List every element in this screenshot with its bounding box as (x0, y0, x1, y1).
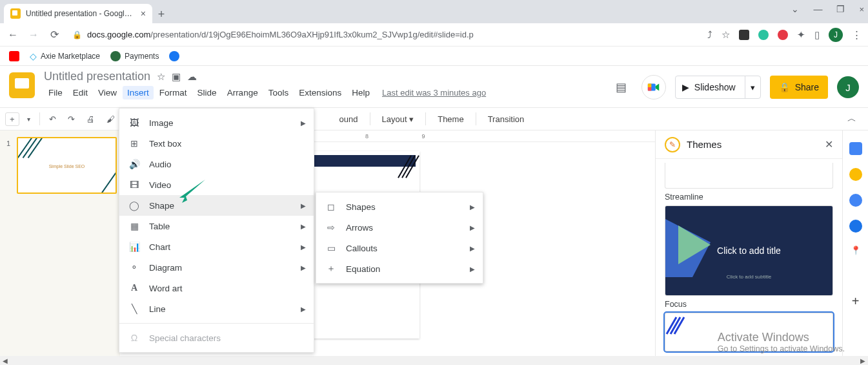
menu-help[interactable]: Help (347, 86, 374, 99)
extensions-puzzle-icon[interactable]: ✦ (797, 29, 805, 41)
browser-tab[interactable]: Untitled presentation - Google Sl × (4, 4, 152, 23)
theme-card-partial[interactable] (665, 163, 833, 189)
account-avatar[interactable]: J (837, 76, 859, 98)
theme-name-streamline: Streamline (665, 193, 833, 202)
share-button[interactable]: 🔒 Share (770, 76, 828, 99)
chrome-menu-icon[interactable]: ⋮ (852, 29, 862, 41)
extension-red-icon[interactable] (778, 30, 788, 40)
new-slide-dropdown[interactable]: ▾ (23, 113, 34, 125)
tasks-icon[interactable] (849, 194, 862, 207)
menu-format[interactable]: Format (155, 86, 192, 99)
audio-icon: 🔊 (128, 159, 140, 169)
forward-button[interactable]: → (27, 29, 40, 41)
contacts-icon[interactable] (849, 220, 862, 233)
new-slide-button[interactable]: + (5, 112, 19, 126)
menu-edit[interactable]: Edit (68, 86, 92, 99)
url-field[interactable]: 🔒 docs.google.com/presentation/d/19jOgE9… (68, 30, 700, 39)
add-addon-icon[interactable]: + (852, 294, 860, 309)
menu-tools[interactable]: Tools (264, 86, 294, 99)
background-button[interactable]: ound (333, 112, 365, 127)
insert-video[interactable]: 🎞Video (119, 174, 314, 195)
theme-name-focus: Focus (665, 300, 833, 309)
win-minimize-icon[interactable]: — (813, 4, 822, 14)
submenu-arrow-icon: ▶ (470, 224, 475, 231)
slideshow-button[interactable]: ▶Slideshow ▾ (675, 76, 761, 99)
menu-slide[interactable]: Slide (193, 86, 221, 99)
keep-icon[interactable] (849, 168, 862, 181)
share-page-icon[interactable]: ⤴ (707, 29, 712, 40)
star-doc-icon[interactable]: ☆ (157, 71, 165, 83)
reload-button[interactable]: ⟳ (48, 28, 61, 41)
arrows-icon: ⇨ (325, 222, 337, 233)
themes-close-icon[interactable]: ✕ (825, 138, 833, 151)
bookmark-payments[interactable]: Payments (110, 51, 159, 61)
menu-insert[interactable]: Insert (123, 86, 154, 99)
undo-button[interactable]: ↶ (45, 112, 60, 127)
theme-card-streamline[interactable]: Click to add title Click to add subtitle (665, 205, 833, 296)
collapse-toolbar-icon[interactable]: ︿ (847, 113, 856, 125)
horizontal-scrollbar[interactable]: ◀ ▶ (0, 356, 868, 365)
insert-diagram[interactable]: ⚬Diagram▶ (119, 257, 314, 278)
maps-icon[interactable]: 📍 (851, 245, 861, 255)
insert-textbox[interactable]: ⊞Text box (119, 133, 314, 154)
extension-green-icon[interactable] (758, 30, 769, 40)
move-doc-icon[interactable]: ▣ (172, 71, 181, 83)
layout-button[interactable]: Layout ▾ (376, 112, 421, 127)
theme-button[interactable]: Theme (431, 112, 470, 127)
insert-image[interactable]: 🖼Image▶ (119, 112, 314, 133)
menu-arrange[interactable]: Arrange (223, 86, 263, 99)
insert-chart[interactable]: 📊Chart▶ (119, 236, 314, 257)
transition-button[interactable]: Transition (481, 112, 531, 127)
bookmark-facebook[interactable] (169, 51, 179, 61)
cloud-status-icon[interactable]: ☁ (187, 71, 197, 83)
menu-view[interactable]: View (94, 86, 121, 99)
menu-extensions[interactable]: Extensions (294, 86, 346, 99)
extension-m-icon[interactable] (739, 30, 749, 40)
insert-table[interactable]: ▦Table▶ (119, 216, 314, 236)
table-icon: ▦ (128, 221, 140, 231)
star-page-icon[interactable]: ☆ (722, 29, 730, 41)
insert-shape[interactable]: ◯Shape▶ (119, 195, 314, 216)
bookmark-youtube[interactable] (9, 51, 19, 61)
slide-thumbnail[interactable]: Simple Slide SEO (17, 137, 117, 194)
scroll-left-icon[interactable]: ◀ (0, 357, 10, 364)
new-tab-button[interactable]: + (152, 5, 170, 23)
print-button[interactable]: 🖨 (83, 112, 99, 127)
meet-button[interactable] (641, 75, 666, 99)
doc-title[interactable]: Untitled presentation (44, 70, 150, 83)
last-edit-link[interactable]: Last edit was 3 minutes ago (382, 88, 486, 98)
insert-line[interactable]: ╲Line▶ (119, 298, 314, 319)
slides-logo-icon[interactable] (9, 72, 35, 98)
submenu-arrow-icon: ▶ (470, 266, 475, 273)
bookmarks-bar: ◇Axie Marketplace Payments (0, 47, 868, 66)
back-button[interactable]: ← (6, 29, 19, 41)
tab-close-icon[interactable]: × (141, 8, 146, 19)
shape-callouts[interactable]: ▭Callouts▶ (316, 238, 483, 258)
shape-arrows[interactable]: ⇨Arrows▶ (316, 217, 483, 238)
comments-icon[interactable]: ▤ (611, 76, 632, 98)
bookmark-axie[interactable]: ◇Axie Marketplace (30, 51, 100, 61)
menu-file[interactable]: File (44, 86, 67, 99)
submenu-arrow-icon: ▶ (301, 306, 306, 313)
win-chevron-icon[interactable]: ⌄ (791, 4, 799, 14)
insert-audio[interactable]: 🔊Audio (119, 154, 314, 174)
calendar-icon[interactable] (849, 142, 862, 155)
win-close-icon[interactable]: × (859, 5, 864, 14)
insert-wordart[interactable]: AWord art (119, 278, 314, 298)
scroll-right-icon[interactable]: ▶ (858, 357, 868, 364)
slideshow-dropdown[interactable]: ▾ (745, 76, 760, 98)
shape-icon: ◯ (128, 200, 140, 211)
shape-shapes[interactable]: ◻Shapes▶ (316, 196, 483, 217)
theme-card-focus[interactable] (665, 313, 833, 351)
shape-equation[interactable]: ＋Equation▶ (316, 258, 483, 279)
omega-icon: Ω (128, 333, 140, 343)
submenu-arrow-icon: ▶ (301, 264, 306, 271)
image-icon: 🖼 (128, 118, 140, 128)
paint-format-button[interactable]: 🖌 (103, 112, 119, 127)
win-maximize-icon[interactable]: ❐ (836, 4, 845, 14)
equation-icon: ＋ (325, 263, 337, 275)
redo-button[interactable]: ↷ (64, 112, 79, 127)
shapes-icon: ◻ (325, 202, 337, 212)
chrome-profile-avatar[interactable]: J (829, 28, 843, 42)
sidepanel-icon[interactable]: ▯ (814, 29, 820, 41)
